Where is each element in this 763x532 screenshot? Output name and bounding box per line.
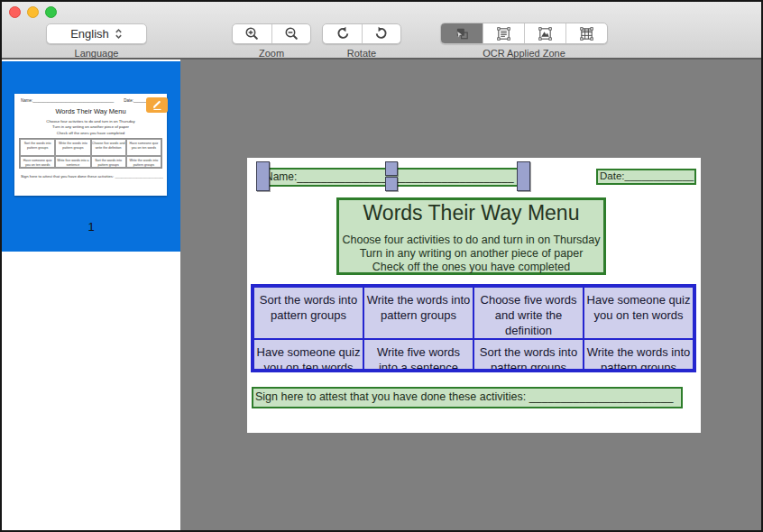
- thumb-cell: Sort the words into pattern groups: [91, 156, 126, 168]
- ocr-zone-label: OCR Applied Zone: [440, 48, 608, 59]
- edit-badge[interactable]: [146, 97, 168, 113]
- table-cell[interactable]: Write the words into pattern groups: [584, 339, 694, 370]
- rotate-label: Rotate: [322, 48, 401, 59]
- select-zone-icon: [455, 26, 470, 41]
- thumb-doc-instructions: Choose four activities to do and turn in…: [14, 119, 167, 136]
- thumb-cell: Sort the words into pattern groups: [20, 139, 55, 156]
- pencil-icon: [149, 99, 165, 111]
- zoom-in-button[interactable]: [233, 24, 271, 43]
- table-cell[interactable]: Write the words into pattern groups: [363, 287, 473, 339]
- table-cell[interactable]: Write five words into a sentence: [363, 339, 473, 370]
- page-number: 1: [2, 220, 180, 234]
- ocr-zone-signature[interactable]: Sign here to attest that you have done t…: [252, 387, 683, 408]
- thumb-cell: Have someone quiz you on ten words: [20, 156, 55, 168]
- ocr-zone-group: OCR Applied Zone: [440, 23, 608, 59]
- image-zone-button[interactable]: [524, 23, 565, 43]
- thumb-cell: Write the words into pattern groups: [55, 139, 90, 156]
- thumb-cell: Write the words into pattern groups: [126, 156, 161, 168]
- thumb-name-line: Name:___________________________________…: [21, 98, 114, 103]
- text-zone-icon: [496, 26, 511, 41]
- minimize-button[interactable]: [27, 6, 39, 18]
- resize-handle-top[interactable]: [385, 161, 398, 176]
- rotate-left-icon: [335, 26, 350, 41]
- thumb-cell: Choose five words and write the definiti…: [91, 139, 126, 156]
- chevron-updown-icon: [115, 27, 123, 41]
- zoom-in-icon: [244, 26, 260, 41]
- rotate-right-button[interactable]: [362, 24, 400, 43]
- table-cell[interactable]: Have someone quiz you on ten words: [584, 287, 694, 339]
- thumbnail-selected-row[interactable]: Name:___________________________________…: [2, 61, 180, 252]
- zoom-label: Zoom: [232, 48, 311, 59]
- language-group: English Language: [46, 23, 147, 59]
- rotate-group: Rotate: [322, 23, 401, 59]
- rotate-right-icon: [374, 26, 390, 41]
- zoom-out-icon: [284, 26, 299, 41]
- document-page: Name:___________________________________…: [247, 158, 701, 433]
- resize-handle-left[interactable]: [256, 161, 270, 191]
- text-zone-button[interactable]: [483, 23, 524, 43]
- table-zone-icon: [579, 26, 594, 41]
- table-cell[interactable]: Choose five words and write the definiti…: [473, 287, 584, 339]
- thumb-doc-title: Words Their Way Menu: [14, 107, 167, 115]
- doc-instructions: Choose four activities to do and turn in…: [339, 234, 603, 274]
- table-cell[interactable]: Sort the words into pattern groups: [473, 339, 584, 370]
- toolbar: English Language: [2, 2, 761, 60]
- ocr-zone-date[interactable]: Date:____________: [596, 169, 696, 185]
- language-dropdown[interactable]: English: [46, 23, 147, 44]
- resize-handle-bottom[interactable]: [385, 177, 398, 191]
- ocr-zone-table[interactable]: Sort the words into pattern groups Write…: [251, 284, 696, 372]
- rotate-left-button[interactable]: [323, 24, 362, 43]
- zoom-group: Zoom: [232, 23, 311, 59]
- zoom-window-button[interactable]: [45, 6, 57, 18]
- table-cell[interactable]: Sort the words into pattern groups: [253, 287, 363, 339]
- thumbnail-sidebar: Name:___________________________________…: [2, 60, 180, 530]
- thumb-sign-line: Sign here to attest that you have done t…: [21, 174, 163, 179]
- app-window: English Language: [0, 0, 763, 532]
- image-zone-icon: [538, 26, 553, 41]
- zoom-out-button[interactable]: [271, 24, 310, 43]
- thumb-cell: Write five words into a sentence: [55, 156, 90, 168]
- resize-handle-right[interactable]: [517, 161, 530, 191]
- ocr-zone-title[interactable]: Words Their Way Menu Choose four activit…: [336, 197, 606, 275]
- page-thumbnail[interactable]: Name:___________________________________…: [14, 94, 167, 196]
- language-value: English: [70, 27, 109, 41]
- table-cell[interactable]: Have someone quiz you on ten words: [253, 339, 363, 370]
- close-button[interactable]: [9, 6, 21, 18]
- language-label: Language: [46, 48, 147, 59]
- thumb-activity-table: Sort the words into pattern groups Write…: [19, 138, 162, 169]
- doc-title: Words Their Way Menu: [339, 201, 603, 225]
- table-zone-button[interactable]: [565, 23, 607, 43]
- select-zone-button[interactable]: [441, 23, 483, 43]
- thumb-cell: Have someone quiz you on ten words: [126, 139, 161, 156]
- document-canvas: Name:___________________________________…: [180, 60, 761, 530]
- thumb-name-date: Name:___________________________________…: [21, 98, 161, 103]
